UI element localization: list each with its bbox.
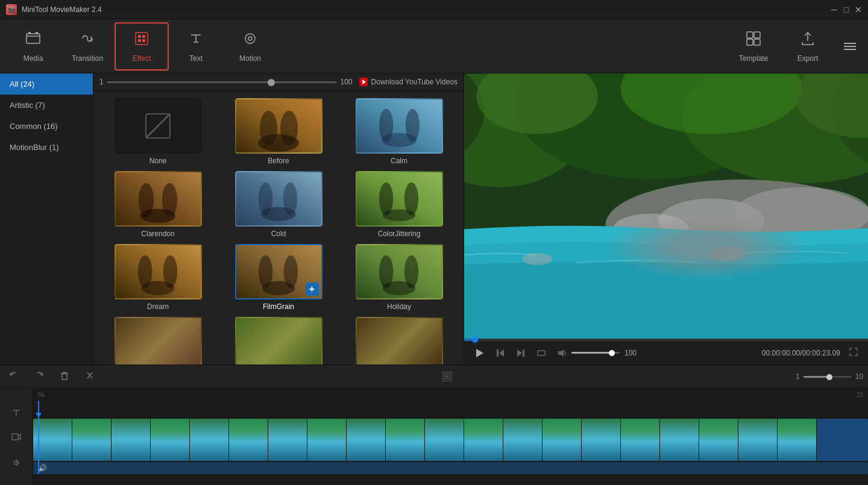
timeline-toolbar: 1 10 xyxy=(0,365,868,389)
sidebar-item-all[interactable]: All (24) xyxy=(0,74,93,95)
track-icons xyxy=(0,389,33,485)
timeline-delete-button[interactable] xyxy=(55,368,74,386)
template-label: Template xyxy=(739,54,769,63)
effect-none-label: None xyxy=(149,157,167,165)
effect-clarendon-thumb[interactable] xyxy=(115,171,202,227)
volume-icon-button[interactable] xyxy=(555,346,569,360)
svg-rect-67 xyxy=(497,349,498,357)
effect-holiday[interactable]: Holiday xyxy=(342,244,456,311)
toolbar-transition[interactable]: Transition xyxy=(60,22,115,70)
effect-filmgrain[interactable]: + FilmGrain xyxy=(221,244,336,311)
svg-rect-1 xyxy=(28,32,31,34)
volume-track[interactable] xyxy=(571,352,620,354)
effect-clarendon[interactable]: Clarendon xyxy=(101,171,215,238)
opacity-slider[interactable] xyxy=(107,81,337,83)
frame-7 xyxy=(268,419,307,461)
effect-dream[interactable]: Dream xyxy=(101,244,215,311)
effect-colorjitter-thumb[interactable] xyxy=(356,171,443,227)
svg-rect-69 xyxy=(523,349,524,357)
effect-cold-thumb[interactable] xyxy=(235,171,322,227)
svg-rect-73 xyxy=(12,434,18,440)
timeline-undo-button[interactable] xyxy=(5,368,23,386)
download-youtube-btn[interactable]: Download YouTube Videos xyxy=(359,77,458,87)
zoom-slider[interactable] xyxy=(804,376,852,378)
toolbar-template[interactable]: Template xyxy=(729,22,778,70)
add-track-button[interactable] xyxy=(442,372,452,381)
effect-dream-label: Dream xyxy=(147,302,169,311)
toolbar-effect[interactable]: Effect xyxy=(115,22,169,70)
svg-line-16 xyxy=(146,114,170,138)
frame-10 xyxy=(386,419,425,461)
effect-calm[interactable]: Calm xyxy=(342,98,456,165)
play-button[interactable] xyxy=(471,345,487,361)
effect-colorjitter-label: ColorJittering xyxy=(378,230,421,238)
frame-6 xyxy=(229,419,268,461)
effect-cold-label: Cold xyxy=(271,230,286,238)
timeline-redo-button[interactable] xyxy=(30,368,48,386)
time-display: 00:00:00.00/00:00:23.09 xyxy=(762,349,840,357)
effect-cold[interactable]: Cold xyxy=(221,171,336,238)
svg-rect-7 xyxy=(142,39,145,42)
timeline-cut-button[interactable] xyxy=(81,368,99,386)
svg-rect-2 xyxy=(36,32,38,34)
effect-none-thumb[interactable] xyxy=(115,98,202,154)
left-panel: All (24) Artistic (7) Common (16) Motion… xyxy=(0,74,464,365)
effect-partial-3[interactable] xyxy=(342,317,456,365)
frame-15 xyxy=(582,419,621,461)
progress-bar[interactable] xyxy=(464,339,868,341)
effect-partial-1[interactable] xyxy=(101,317,215,365)
effect-colorjittering[interactable]: ColorJittering xyxy=(342,171,456,238)
effect-label: Effect xyxy=(133,54,151,63)
svg-point-20 xyxy=(259,111,277,146)
minimize-button[interactable]: ─ xyxy=(831,6,838,13)
svg-marker-71 xyxy=(558,349,564,357)
effects-toolbar: 1 100 Download YouTube Videos xyxy=(93,74,464,91)
toolbar-media[interactable]: Media xyxy=(6,22,60,70)
svg-point-62 xyxy=(613,214,689,244)
effect-partial-3-thumb[interactable] xyxy=(356,317,443,365)
volume-thumb[interactable] xyxy=(609,350,615,356)
sidebar-item-common[interactable]: Common (16) xyxy=(0,116,93,137)
effect-partial-2[interactable] xyxy=(221,317,336,365)
effect-none[interactable]: None xyxy=(101,98,215,165)
media-label: Media xyxy=(24,54,43,63)
effect-calm-thumb[interactable] xyxy=(356,98,443,154)
toolbar-export[interactable]: Export xyxy=(784,22,832,70)
svg-rect-4 xyxy=(138,35,141,38)
svg-rect-72 xyxy=(62,374,67,380)
prev-frame-button[interactable] xyxy=(493,346,508,360)
hamburger-menu[interactable] xyxy=(838,37,862,56)
video-track[interactable] xyxy=(33,419,868,461)
svg-rect-3 xyxy=(136,33,148,45)
export-label: Export xyxy=(797,54,819,63)
frame-8 xyxy=(307,419,347,461)
maximize-button[interactable]: □ xyxy=(843,6,850,13)
aspect-ratio-button[interactable] xyxy=(534,346,549,360)
effect-dream-thumb[interactable] xyxy=(115,244,202,299)
frame-20 xyxy=(778,419,817,461)
main-toolbar: Media Transition Effect xyxy=(0,19,868,74)
frame-5 xyxy=(190,419,229,461)
effect-partial-1-thumb[interactable] xyxy=(115,317,202,365)
effect-before[interactable]: Before xyxy=(221,98,336,165)
fullscreen-button[interactable] xyxy=(846,345,861,361)
effect-partial-2-thumb[interactable] xyxy=(235,317,322,365)
sidebar-item-motionblur[interactable]: MotionBlur (1) xyxy=(0,137,93,158)
svg-rect-0 xyxy=(27,34,40,43)
toolbar-text[interactable]: Text xyxy=(169,22,223,70)
svg-rect-10 xyxy=(747,32,753,38)
frame-17 xyxy=(660,419,699,461)
toolbar-motion[interactable]: Motion xyxy=(223,22,277,70)
frame-14 xyxy=(542,419,582,461)
audio-wave-icon: 🔊 xyxy=(38,464,47,472)
close-button[interactable]: ✕ xyxy=(855,6,862,13)
next-frame-button[interactable] xyxy=(514,346,528,360)
effect-before-thumb[interactable] xyxy=(235,98,322,154)
effect-filmgrain-thumb[interactable]: + xyxy=(235,244,322,299)
sidebar-item-artistic[interactable]: Artistic (7) xyxy=(0,95,93,116)
effect-holiday-thumb[interactable] xyxy=(356,244,443,299)
playhead[interactable] xyxy=(38,401,39,474)
zoom-thumb[interactable] xyxy=(826,374,832,380)
filmgrain-add-btn[interactable]: + xyxy=(306,283,319,296)
slider-thumb[interactable] xyxy=(268,79,275,86)
